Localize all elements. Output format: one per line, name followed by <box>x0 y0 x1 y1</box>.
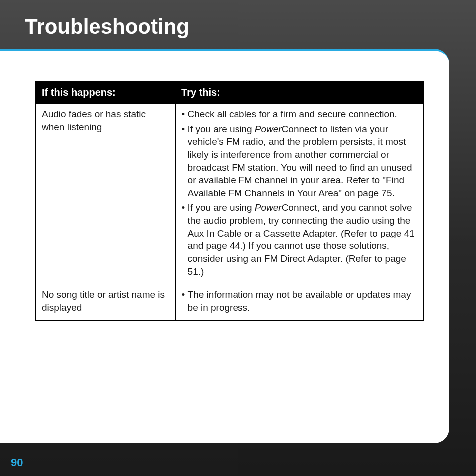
table-header-solution: Try this: <box>175 81 424 104</box>
list-item: Check all cables for a firm and secure c… <box>182 108 417 121</box>
list-item: If you are using PowerConnect, and you c… <box>182 201 417 278</box>
solution-cell: Check all cables for a firm and secure c… <box>175 104 424 284</box>
table-row: No song title or artist name is displaye… <box>35 284 424 321</box>
table-header-problem: If this happens: <box>35 81 175 104</box>
problem-cell: Audio fades or has static when listening <box>35 104 175 284</box>
problem-cell: No song title or artist name is displaye… <box>35 284 175 321</box>
list-item: If you are using PowerConnect to listen … <box>182 123 417 200</box>
troubleshooting-table: If this happens: Try this: Audio fades o… <box>35 81 424 321</box>
page-number: 90 <box>11 456 23 469</box>
solution-cell: The information may not be available or … <box>175 284 424 321</box>
page-title: Troubleshooting <box>0 0 476 49</box>
list-item: The information may not be available or … <box>182 288 417 314</box>
table-row: Audio fades or has static when listening… <box>35 104 424 284</box>
content-panel: If this happens: Try this: Audio fades o… <box>0 49 449 443</box>
